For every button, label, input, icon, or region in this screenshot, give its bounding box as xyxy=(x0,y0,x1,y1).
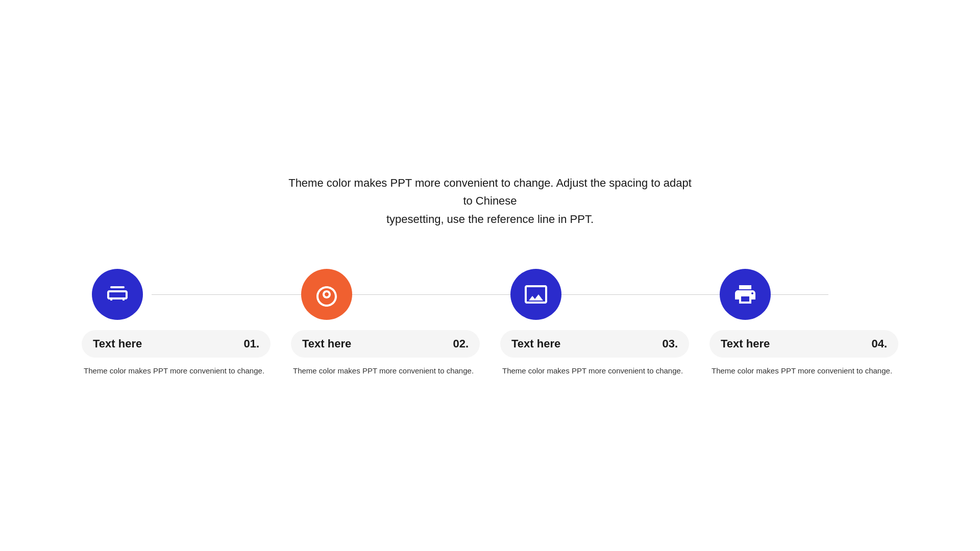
card-number-3: 03. xyxy=(662,337,678,350)
card-4: Text here 04. xyxy=(709,330,898,358)
timeline-section: Text here 01. Theme color makes PPT more… xyxy=(82,269,898,377)
card-number-4: 04. xyxy=(871,337,887,350)
card-title-3: Text here xyxy=(511,337,560,350)
card-title-2: Text here xyxy=(302,337,351,350)
card-desc-1: Theme color makes PPT more convenient to… xyxy=(82,365,264,377)
timeline-items: Text here 01. Theme color makes PPT more… xyxy=(82,269,898,377)
card-number-2: 02. xyxy=(453,337,469,350)
card-number-1: 01. xyxy=(243,337,259,350)
settings-icon xyxy=(314,282,339,307)
timeline-item-3: Text here 03. Theme color makes PPT more… xyxy=(500,269,689,377)
timeline-item-1: Text here 01. Theme color makes PPT more… xyxy=(82,269,271,377)
sofa-icon xyxy=(105,282,130,307)
intro-text: Theme color makes PPT more convenient to… xyxy=(286,174,694,228)
timeline-icon-3 xyxy=(510,269,561,320)
card-desc-3: Theme color makes PPT more convenient to… xyxy=(500,365,683,377)
intro-line1: Theme color makes PPT more convenient to… xyxy=(288,177,692,207)
card-1: Text here 01. xyxy=(82,330,271,358)
intro-line2: typesetting, use the reference line in P… xyxy=(386,213,594,226)
card-3: Text here 03. xyxy=(500,330,689,358)
card-2: Text here 02. xyxy=(291,330,480,358)
timeline-icon-1 xyxy=(92,269,143,320)
card-desc-2: Theme color makes PPT more convenient to… xyxy=(291,365,474,377)
card-desc-4: Theme color makes PPT more convenient to… xyxy=(709,365,892,377)
timeline-icon-4 xyxy=(720,269,771,320)
timeline-item-2: Text here 02. Theme color makes PPT more… xyxy=(291,269,480,377)
card-title-4: Text here xyxy=(721,337,770,350)
print-icon xyxy=(733,282,757,307)
card-title-1: Text here xyxy=(93,337,142,350)
timeline-icon-2 xyxy=(301,269,352,320)
image-icon xyxy=(524,282,548,307)
timeline-item-4: Text here 04. Theme color makes PPT more… xyxy=(709,269,898,377)
